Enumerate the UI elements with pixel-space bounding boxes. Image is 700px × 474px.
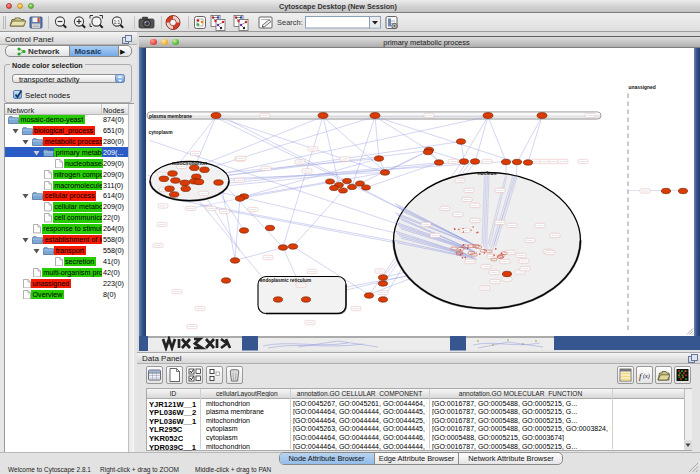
svg-text:plasma membrane: plasma membrane: [149, 113, 192, 118]
svg-text:cytoplasm: cytoplasm: [149, 129, 174, 134]
svg-text:unassigned: unassigned: [629, 84, 656, 89]
svg-text:1:1: 1:1: [114, 19, 121, 24]
svg-text:mitochondrion: mitochondrion: [172, 160, 207, 166]
svg-text:Search:: Search:: [277, 18, 303, 27]
svg-text:endoplasmic reticulum: endoplasmic reticulum: [260, 278, 311, 283]
svg-text:(x): (x): [643, 373, 650, 380]
svg-text:nucleus: nucleus: [478, 169, 497, 175]
